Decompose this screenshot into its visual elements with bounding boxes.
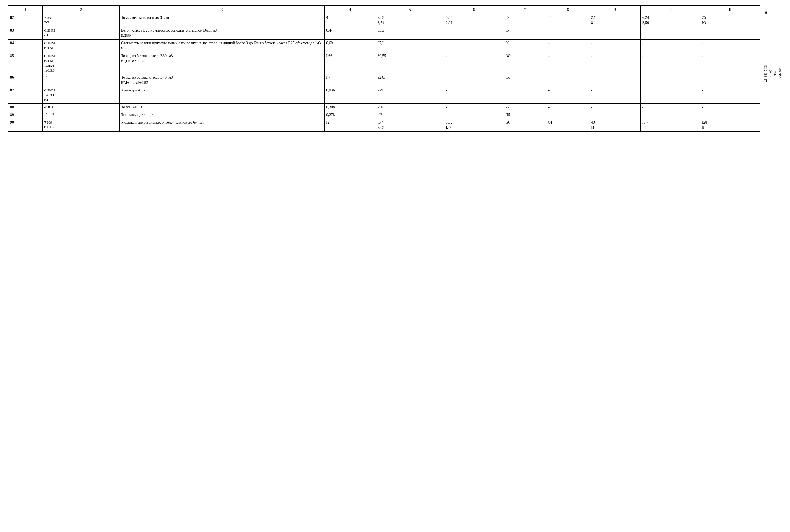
- row-col4: I2: [324, 119, 375, 132]
- row-id: 82: [8, 14, 43, 27]
- col6-sub: 2,0I: [446, 21, 452, 25]
- row-col9: 40 I4: [589, 119, 641, 132]
- row-desc: Стоимость колонн прямоугольных с консоля…: [119, 40, 324, 52]
- col11-main: I28: [702, 120, 707, 125]
- row-col7: 60: [504, 40, 546, 52]
- row-col9: -: [589, 87, 641, 104]
- row-desc: То же, весом колонн до 3 т, шт: [119, 14, 324, 27]
- row-col6: 5,55 2,0I: [444, 14, 504, 27]
- row-col9: -: [589, 27, 641, 40]
- row-ref: СЦИМ п.9-5I техн.ч. таб.3.3: [43, 52, 119, 74]
- row-id: 88: [8, 103, 43, 111]
- col6-sub: I,I7: [446, 126, 451, 130]
- label1-text: 4II-2-I83.87: [763, 64, 768, 82]
- col9-main: 40: [591, 120, 595, 125]
- row-col6: -: [444, 87, 504, 104]
- row-id: 83: [8, 27, 43, 40]
- row-col10: -: [640, 74, 700, 87]
- row-col11: -: [700, 74, 760, 87]
- row-col4: 0,036: [324, 87, 375, 104]
- row-col6: 3,32 I,I7: [444, 119, 504, 132]
- right-label-2: 357: [773, 71, 777, 76]
- row-col5: 229: [375, 87, 444, 104]
- row-col5: I6,4 7,03: [375, 119, 444, 132]
- row-col4: 0,69: [324, 40, 375, 52]
- row-desc: Бетон класса B25 крупностью заполнителя …: [119, 27, 324, 40]
- row-col7: 39: [504, 14, 546, 27]
- row-col7: 77: [504, 103, 546, 111]
- row-col10: -: [640, 52, 700, 74]
- col-header-11: II: [700, 6, 760, 14]
- col6-main: 5,55: [446, 16, 452, 20]
- row-col4: 0,308: [324, 103, 375, 111]
- row-col6: -: [444, 52, 504, 74]
- row-col5: 87,I: [375, 40, 444, 52]
- row-col5: 33,3: [375, 27, 444, 40]
- row-id: 90: [8, 119, 43, 132]
- row-col9: -: [589, 111, 641, 119]
- row-col6: [444, 40, 504, 52]
- row-col7: I5: [504, 27, 546, 40]
- col10-main: I0,7: [642, 120, 648, 125]
- row-id: 86: [8, 74, 43, 87]
- right-label-top: тп: [763, 5, 782, 15]
- main-table: I 2 3 4 5 6 7 8 9 IO II 82 7-33 3-3: [8, 6, 760, 132]
- col11-sub: IO: [702, 21, 706, 25]
- row-col9: 22 8: [589, 14, 641, 27]
- col5-main: 9,63: [378, 16, 384, 20]
- row-col7: I49: [504, 52, 546, 74]
- row-desc: Укладка прямоугольных ригелей длиной до …: [119, 119, 324, 132]
- col-header-3: 3: [119, 6, 324, 14]
- row-col5: 4I3: [375, 111, 444, 119]
- row-col11: -: [700, 27, 760, 40]
- row-col6: -: [444, 27, 504, 40]
- row-col11: -: [700, 111, 760, 119]
- row-col4: 0,44: [324, 27, 375, 40]
- row-col8: -: [546, 40, 589, 52]
- row-col11: -: [700, 52, 760, 74]
- col-header-5: 5: [375, 6, 444, 14]
- table-row: 82 7-33 3-3 То же, весом колонн до 3 т, …: [8, 14, 760, 27]
- table-row: 84 СЦИМ п.9-5I Стоимость колонн прямоуго…: [8, 40, 760, 52]
- row-col7: I58: [504, 74, 546, 87]
- col10-sub: 2,59: [642, 21, 649, 25]
- row-col10: -: [640, 103, 700, 111]
- row-col11: -: [700, 87, 760, 104]
- row-desc: То же, из бетона класса B40, м387,I+I,63…: [119, 74, 324, 87]
- table-row: 85 СЦИМ п.9-5I техн.ч. таб.3.3 То же, из…: [8, 52, 760, 74]
- row-col6: -: [444, 74, 504, 87]
- row-col6: -: [444, 103, 504, 111]
- col5-sub: 3,74: [378, 21, 384, 25]
- row-col7: II5: [504, 111, 546, 119]
- row-ref: -" п.3: [43, 103, 119, 111]
- col-header-6: 6: [444, 6, 504, 14]
- row-ref: -"-п.I3: [43, 111, 119, 119]
- page-wrapper: I 2 3 4 5 6 7 8 9 IO II 82 7-33 3-3: [8, 5, 782, 132]
- row-col5: 89,55: [375, 52, 444, 74]
- col-header-4: 4: [324, 6, 375, 14]
- row-col7: 8: [504, 87, 546, 104]
- col9-sub: 8: [591, 21, 593, 25]
- row-col9: -: [589, 103, 641, 111]
- col-header-10: IO: [640, 6, 700, 14]
- row-id: 85: [8, 52, 43, 74]
- right-labels-container: 4II-2-I83.87 (вш) 357 929-09: [763, 15, 782, 132]
- row-col8: -: [546, 87, 589, 104]
- row-col11: -: [700, 103, 760, 111]
- row-col11: -: [700, 40, 760, 52]
- col5-main: I6,4: [378, 120, 384, 125]
- row-ref: СЦИМ п.9-5I: [43, 40, 119, 52]
- row-col8: -: [546, 52, 589, 74]
- row-col11: I28 I8: [700, 119, 760, 132]
- row-col8: I5: [546, 14, 589, 27]
- col6-main: 3,32: [446, 120, 452, 125]
- col9-main: 22: [591, 16, 595, 20]
- table-row: 88 -" п.3 То же, AIII, т 0,308 250 - 77 …: [8, 103, 760, 111]
- row-col11: 25 IO: [700, 14, 760, 27]
- row-col8: 84: [546, 119, 589, 132]
- row-col10: 6,24 2,59: [640, 14, 700, 27]
- row-desc: Закладные детали, т: [119, 111, 324, 119]
- col-header-8: 8: [546, 6, 589, 14]
- row-col9: -: [589, 74, 641, 87]
- col-header-2: 2: [43, 6, 119, 14]
